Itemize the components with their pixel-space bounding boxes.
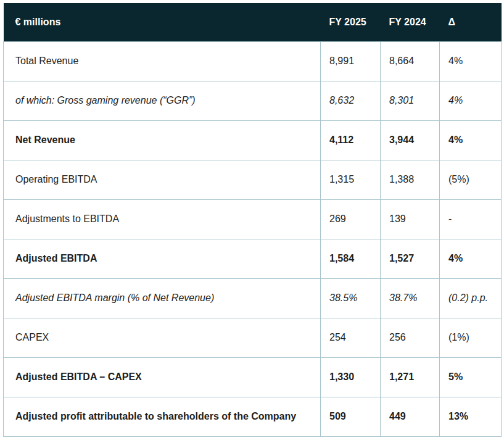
table-header-row: € millions FY 2025 FY 2024 Δ [4, 3, 502, 41]
cell-delta: (5%) [440, 160, 502, 199]
row-label: Adjusted EBITDA [4, 239, 321, 278]
cell-fy2025: 254 [321, 318, 381, 357]
row-label: Adjustments to EBITDA [4, 199, 321, 239]
table-row: Adjusted profit attributable to sharehol… [4, 397, 502, 436]
cell-delta: 4% [440, 120, 502, 160]
cell-fy2025: 269 [321, 199, 381, 239]
cell-fy2025: 8,991 [321, 41, 381, 81]
cell-fy2025: 509 [321, 397, 381, 436]
cell-fy2024: 3,944 [381, 120, 440, 160]
cell-fy2024: 8,301 [381, 81, 440, 120]
table-row: Adjusted EBITDA – CAPEX1,3301,2715% [4, 357, 502, 397]
cell-delta: (0.2) p.p. [440, 278, 502, 318]
cell-fy2025: 38.5% [321, 278, 381, 318]
cell-fy2024: 256 [381, 318, 440, 357]
table-row: of which: Gross gaming revenue (“GGR”)8,… [4, 81, 502, 120]
cell-fy2025: 8,632 [321, 81, 381, 120]
cell-fy2024: 1,527 [381, 239, 440, 278]
cell-delta: 5% [440, 357, 502, 397]
table-row: Adjusted EBITDA margin (% of Net Revenue… [4, 278, 502, 318]
table-row: Net Revenue4,1123,9444% [4, 120, 502, 160]
table-header: € millions FY 2025 FY 2024 Δ [4, 3, 502, 41]
row-label: CAPEX [4, 318, 321, 357]
cell-fy2024: 38.7% [381, 278, 440, 318]
financial-results-table: € millions FY 2025 FY 2024 Δ Total Reven… [3, 3, 502, 437]
row-label: Total Revenue [4, 41, 321, 81]
table-row: Adjustments to EBITDA269139- [4, 199, 502, 239]
cell-fy2024: 1,271 [381, 357, 440, 397]
cell-fy2024: 8,664 [381, 41, 440, 81]
cell-delta: (1%) [440, 318, 502, 357]
cell-fy2025: 1,584 [321, 239, 381, 278]
cell-fy2024: 139 [381, 199, 440, 239]
table-row: Total Revenue8,9918,6644% [4, 41, 502, 81]
cell-delta: - [440, 199, 502, 239]
table-row: CAPEX254256(1%) [4, 318, 502, 357]
header-metric-column: € millions [4, 3, 321, 41]
cell-delta: 13% [440, 397, 502, 436]
row-label: Adjusted EBITDA margin (% of Net Revenue… [4, 278, 321, 318]
cell-fy2024: 449 [381, 397, 440, 436]
cell-fy2025: 1,330 [321, 357, 381, 397]
row-label: Adjusted EBITDA – CAPEX [4, 357, 321, 397]
row-label: of which: Gross gaming revenue (“GGR”) [4, 81, 321, 120]
header-delta-column: Δ [440, 3, 502, 41]
cell-fy2025: 4,112 [321, 120, 381, 160]
header-fy2025-column: FY 2025 [321, 3, 381, 41]
table-row: Adjusted EBITDA1,5841,5274% [4, 239, 502, 278]
cell-fy2024: 1,388 [381, 160, 440, 199]
cell-delta: 4% [440, 239, 502, 278]
financial-summary-page: € millions FY 2025 FY 2024 Δ Total Reven… [0, 0, 504, 448]
row-label: Net Revenue [4, 120, 321, 160]
cell-fy2025: 1,315 [321, 160, 381, 199]
cell-delta: 4% [440, 41, 502, 81]
row-label: Operating EBITDA [4, 160, 321, 199]
table-row: Operating EBITDA1,3151,388(5%) [4, 160, 502, 199]
table-body: Total Revenue8,9918,6644%of which: Gross… [4, 41, 502, 436]
row-label: Adjusted profit attributable to sharehol… [4, 397, 321, 436]
cell-delta: 4% [440, 81, 502, 120]
header-fy2024-column: FY 2024 [381, 3, 440, 41]
